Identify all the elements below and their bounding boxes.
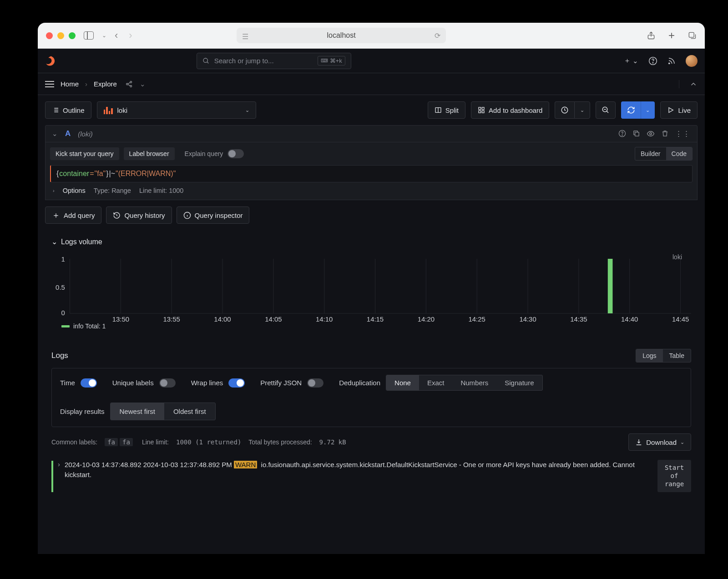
loki-icon (104, 106, 113, 114)
window-controls[interactable] (46, 32, 76, 39)
log-row[interactable]: › 2024-10-03 14:37:48.892 2024-10-03 12:… (45, 457, 698, 492)
download-button[interactable]: Download ⌄ (628, 433, 691, 451)
time-range-button[interactable] (555, 101, 574, 119)
dashboard-icon (478, 106, 485, 114)
reload-icon[interactable]: ⟳ (435, 31, 440, 40)
global-search[interactable]: Search or jump to... ⌨⌘+k (197, 53, 351, 69)
help-icon[interactable] (648, 56, 657, 65)
log-text: 2024-10-03 14:37:48.892 2024-10-03 12:37… (65, 460, 653, 480)
split-button[interactable]: Split (428, 101, 465, 119)
run-interval-caret[interactable]: ⌄ (641, 101, 655, 119)
logs-title: Logs (51, 351, 68, 360)
toggle-on-icon[interactable] (228, 378, 245, 388)
view-table[interactable]: Table (663, 349, 691, 362)
logs-volume-header[interactable]: ⌄ Logs volume (45, 232, 698, 252)
common-labels: fafa (105, 438, 135, 446)
site-settings-icon[interactable]: ☰ (242, 32, 248, 39)
eye-icon[interactable] (647, 130, 655, 138)
toggle-off-icon[interactable] (228, 149, 244, 158)
query-inspector-button[interactable]: Query inspector (177, 206, 250, 224)
opt-unique-labels[interactable]: Unique labels (112, 378, 176, 388)
toggle-off-icon[interactable] (159, 378, 176, 388)
run-query-button[interactable] (621, 101, 641, 119)
dedup-numbers[interactable]: Numbers (452, 375, 496, 390)
order-oldest[interactable]: Oldest first (164, 403, 215, 420)
editor-mode-switch[interactable]: Builder Code (635, 147, 693, 161)
kickstart-button[interactable]: Kick start your query (50, 147, 119, 160)
tabs-icon[interactable] (688, 31, 697, 40)
opt-wrap-lines[interactable]: Wrap lines (191, 378, 245, 388)
logs-volume-chart[interactable]: loki 1 0.5 0 (51, 253, 691, 331)
line-limit-value: 1000 (1 returned) (176, 438, 241, 446)
add-query-button[interactable]: ＋ Add query (45, 206, 101, 224)
dedup-signature[interactable]: Signature (496, 375, 542, 390)
help-icon[interactable] (618, 130, 626, 138)
label-browser-button[interactable]: Label browser (124, 147, 175, 160)
trash-icon[interactable] (661, 130, 669, 138)
svg-text:14:25: 14:25 (469, 316, 485, 322)
explain-query-toggle[interactable]: Explain query (185, 149, 244, 158)
query-header[interactable]: ⌄ A (loki) ⋮⋮ (45, 125, 698, 142)
svg-text:0.5: 0.5 (56, 284, 65, 291)
minimize-window-icon[interactable] (57, 32, 64, 39)
toggle-on-icon[interactable] (81, 378, 97, 388)
chevron-right-icon[interactable]: › (53, 188, 55, 193)
dedup-segment[interactable]: None Exact Numbers Signature (386, 375, 542, 391)
breadcrumb-explore[interactable]: Explore (94, 80, 117, 88)
drag-handle-icon[interactable]: ⋮⋮ (675, 130, 691, 138)
view-logs[interactable]: Logs (636, 349, 662, 362)
toggle-off-icon[interactable] (307, 378, 324, 388)
outline-button[interactable]: Outline (45, 101, 91, 119)
svg-text:14:20: 14:20 (418, 316, 435, 322)
opt-prettify-json[interactable]: Prettify JSON (260, 378, 324, 388)
grafana-logo-icon[interactable] (45, 55, 57, 67)
opt-time[interactable]: Time (60, 378, 97, 388)
dedup-none[interactable]: None (386, 375, 419, 390)
chevron-down-icon[interactable]: ⌄ (140, 80, 146, 88)
sidebar-toggle-icon[interactable] (84, 31, 94, 40)
share-icon[interactable] (125, 80, 133, 88)
logql-input[interactable]: {container="fa"} |~ "(ERROR|WARN)" (50, 165, 693, 182)
datasource-picker[interactable]: loki ⌄ (97, 101, 256, 119)
svg-point-17 (622, 135, 622, 135)
chart-legend: info Total: 1 (51, 322, 691, 330)
search-placeholder: Search or jump to... (214, 57, 274, 65)
svg-text:14:35: 14:35 (570, 316, 587, 322)
svg-rect-11 (482, 107, 484, 110)
copy-icon[interactable] (632, 130, 640, 138)
mode-code[interactable]: Code (666, 147, 692, 160)
collapse-icon[interactable] (679, 80, 698, 88)
add-to-dashboard-button[interactable]: Add to dashboard (471, 101, 549, 119)
order-newest[interactable]: Newest first (111, 403, 164, 420)
svg-text:1: 1 (61, 256, 65, 262)
query-options-row[interactable]: › Options Type: Range Line limit: 1000 (50, 182, 693, 196)
query-history-button[interactable]: Query history (106, 206, 172, 224)
dedup-exact[interactable]: Exact (419, 375, 453, 390)
close-window-icon[interactable] (46, 32, 53, 39)
rss-icon[interactable] (667, 57, 676, 65)
live-button[interactable]: Live (660, 101, 698, 119)
share-icon[interactable] (647, 31, 656, 40)
new-tab-icon[interactable]: + (668, 29, 675, 42)
logs-view-switch[interactable]: Logs Table (636, 349, 691, 363)
zoom-out-button[interactable] (596, 101, 616, 119)
maximize-window-icon[interactable] (69, 32, 76, 39)
add-icon[interactable]: ＋⌄ (624, 56, 638, 65)
expand-icon[interactable]: › (58, 460, 60, 468)
mode-builder[interactable]: Builder (635, 147, 666, 160)
line-limit-label: Line limit: (142, 438, 169, 446)
chevron-down-icon[interactable]: ⌄ (52, 130, 58, 138)
logs-panel: Logs Logs Table Time Unique labels Wrap … (45, 343, 698, 492)
forward-icon[interactable]: › (129, 30, 132, 41)
app-topbar: Search or jump to... ⌨⌘+k ＋⌄ (38, 49, 705, 73)
menu-icon[interactable] (45, 81, 54, 87)
chevron-down-icon[interactable]: ⌄ (102, 32, 106, 39)
breadcrumb-home[interactable]: Home (61, 80, 79, 88)
keyboard-shortcut: ⌨⌘+k (318, 56, 345, 65)
order-segment[interactable]: Newest first Oldest first (110, 403, 216, 420)
user-avatar[interactable] (686, 55, 698, 67)
back-icon[interactable]: ‹ (115, 30, 118, 41)
address-bar[interactable]: ☰ localhost ⟳ (237, 28, 446, 43)
time-range-caret[interactable]: ⌄ (574, 101, 590, 119)
chevron-down-icon[interactable]: ⌄ (51, 237, 57, 246)
